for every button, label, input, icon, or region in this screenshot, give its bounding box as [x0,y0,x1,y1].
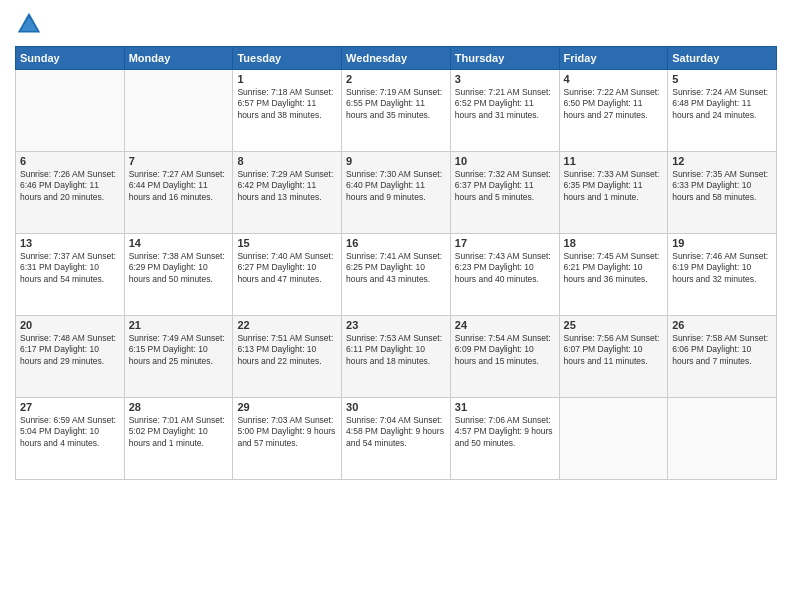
day-info: Sunrise: 7:27 AM Sunset: 6:44 PM Dayligh… [129,169,229,203]
day-cell: 6Sunrise: 7:26 AM Sunset: 6:46 PM Daylig… [16,152,125,234]
day-cell: 23Sunrise: 7:53 AM Sunset: 6:11 PM Dayli… [342,316,451,398]
day-info: Sunrise: 7:51 AM Sunset: 6:13 PM Dayligh… [237,333,337,367]
day-header: Thursday [450,47,559,70]
day-cell: 20Sunrise: 7:48 AM Sunset: 6:17 PM Dayli… [16,316,125,398]
day-number: 14 [129,237,229,249]
day-info: Sunrise: 7:29 AM Sunset: 6:42 PM Dayligh… [237,169,337,203]
day-info: Sunrise: 7:49 AM Sunset: 6:15 PM Dayligh… [129,333,229,367]
calendar-table: SundayMondayTuesdayWednesdayThursdayFrid… [15,46,777,480]
day-info: Sunrise: 7:38 AM Sunset: 6:29 PM Dayligh… [129,251,229,285]
day-info: Sunrise: 7:48 AM Sunset: 6:17 PM Dayligh… [20,333,120,367]
day-info: Sunrise: 7:03 AM Sunset: 5:00 PM Dayligh… [237,415,337,449]
day-info: Sunrise: 7:04 AM Sunset: 4:58 PM Dayligh… [346,415,446,449]
day-cell [16,70,125,152]
day-info: Sunrise: 7:40 AM Sunset: 6:27 PM Dayligh… [237,251,337,285]
day-number: 29 [237,401,337,413]
day-cell: 24Sunrise: 7:54 AM Sunset: 6:09 PM Dayli… [450,316,559,398]
day-number: 3 [455,73,555,85]
day-number: 1 [237,73,337,85]
day-header: Monday [124,47,233,70]
header-row: SundayMondayTuesdayWednesdayThursdayFrid… [16,47,777,70]
week-row: 6Sunrise: 7:26 AM Sunset: 6:46 PM Daylig… [16,152,777,234]
day-number: 31 [455,401,555,413]
day-info: Sunrise: 7:41 AM Sunset: 6:25 PM Dayligh… [346,251,446,285]
day-cell: 28Sunrise: 7:01 AM Sunset: 5:02 PM Dayli… [124,398,233,480]
day-cell: 5Sunrise: 7:24 AM Sunset: 6:48 PM Daylig… [668,70,777,152]
day-cell [668,398,777,480]
week-row: 1Sunrise: 7:18 AM Sunset: 6:57 PM Daylig… [16,70,777,152]
day-number: 18 [564,237,664,249]
day-info: Sunrise: 7:18 AM Sunset: 6:57 PM Dayligh… [237,87,337,121]
day-header: Friday [559,47,668,70]
day-header: Sunday [16,47,125,70]
day-number: 4 [564,73,664,85]
day-number: 27 [20,401,120,413]
day-number: 20 [20,319,120,331]
day-cell: 29Sunrise: 7:03 AM Sunset: 5:00 PM Dayli… [233,398,342,480]
day-number: 8 [237,155,337,167]
day-number: 19 [672,237,772,249]
day-number: 6 [20,155,120,167]
day-info: Sunrise: 7:56 AM Sunset: 6:07 PM Dayligh… [564,333,664,367]
day-number: 30 [346,401,446,413]
day-info: Sunrise: 7:37 AM Sunset: 6:31 PM Dayligh… [20,251,120,285]
day-info: Sunrise: 7:33 AM Sunset: 6:35 PM Dayligh… [564,169,664,203]
header [15,10,777,38]
day-number: 22 [237,319,337,331]
day-info: Sunrise: 7:53 AM Sunset: 6:11 PM Dayligh… [346,333,446,367]
day-number: 12 [672,155,772,167]
day-number: 15 [237,237,337,249]
day-info: Sunrise: 7:43 AM Sunset: 6:23 PM Dayligh… [455,251,555,285]
day-number: 2 [346,73,446,85]
day-cell: 25Sunrise: 7:56 AM Sunset: 6:07 PM Dayli… [559,316,668,398]
day-info: Sunrise: 7:24 AM Sunset: 6:48 PM Dayligh… [672,87,772,121]
calendar-page: SundayMondayTuesdayWednesdayThursdayFrid… [0,0,792,612]
day-cell: 22Sunrise: 7:51 AM Sunset: 6:13 PM Dayli… [233,316,342,398]
day-number: 17 [455,237,555,249]
day-cell: 30Sunrise: 7:04 AM Sunset: 4:58 PM Dayli… [342,398,451,480]
day-info: Sunrise: 7:26 AM Sunset: 6:46 PM Dayligh… [20,169,120,203]
day-cell: 14Sunrise: 7:38 AM Sunset: 6:29 PM Dayli… [124,234,233,316]
day-number: 26 [672,319,772,331]
day-number: 5 [672,73,772,85]
day-cell: 11Sunrise: 7:33 AM Sunset: 6:35 PM Dayli… [559,152,668,234]
day-info: Sunrise: 7:19 AM Sunset: 6:55 PM Dayligh… [346,87,446,121]
week-row: 20Sunrise: 7:48 AM Sunset: 6:17 PM Dayli… [16,316,777,398]
day-cell: 8Sunrise: 7:29 AM Sunset: 6:42 PM Daylig… [233,152,342,234]
day-header: Wednesday [342,47,451,70]
logo-icon [15,10,43,38]
day-number: 25 [564,319,664,331]
day-info: Sunrise: 7:58 AM Sunset: 6:06 PM Dayligh… [672,333,772,367]
day-number: 13 [20,237,120,249]
day-info: Sunrise: 7:21 AM Sunset: 6:52 PM Dayligh… [455,87,555,121]
day-cell: 18Sunrise: 7:45 AM Sunset: 6:21 PM Dayli… [559,234,668,316]
day-cell: 16Sunrise: 7:41 AM Sunset: 6:25 PM Dayli… [342,234,451,316]
day-cell: 26Sunrise: 7:58 AM Sunset: 6:06 PM Dayli… [668,316,777,398]
day-cell: 10Sunrise: 7:32 AM Sunset: 6:37 PM Dayli… [450,152,559,234]
day-cell: 17Sunrise: 7:43 AM Sunset: 6:23 PM Dayli… [450,234,559,316]
day-number: 7 [129,155,229,167]
day-cell: 21Sunrise: 7:49 AM Sunset: 6:15 PM Dayli… [124,316,233,398]
day-cell: 19Sunrise: 7:46 AM Sunset: 6:19 PM Dayli… [668,234,777,316]
day-number: 16 [346,237,446,249]
day-number: 28 [129,401,229,413]
day-number: 21 [129,319,229,331]
week-row: 27Sunrise: 6:59 AM Sunset: 5:04 PM Dayli… [16,398,777,480]
day-cell: 13Sunrise: 7:37 AM Sunset: 6:31 PM Dayli… [16,234,125,316]
day-info: Sunrise: 7:46 AM Sunset: 6:19 PM Dayligh… [672,251,772,285]
day-cell: 7Sunrise: 7:27 AM Sunset: 6:44 PM Daylig… [124,152,233,234]
day-number: 24 [455,319,555,331]
day-cell: 12Sunrise: 7:35 AM Sunset: 6:33 PM Dayli… [668,152,777,234]
week-row: 13Sunrise: 7:37 AM Sunset: 6:31 PM Dayli… [16,234,777,316]
day-info: Sunrise: 7:35 AM Sunset: 6:33 PM Dayligh… [672,169,772,203]
day-number: 23 [346,319,446,331]
day-cell [559,398,668,480]
day-cell: 2Sunrise: 7:19 AM Sunset: 6:55 PM Daylig… [342,70,451,152]
day-info: Sunrise: 7:06 AM Sunset: 4:57 PM Dayligh… [455,415,555,449]
day-cell [124,70,233,152]
day-info: Sunrise: 7:01 AM Sunset: 5:02 PM Dayligh… [129,415,229,449]
day-number: 10 [455,155,555,167]
day-info: Sunrise: 7:45 AM Sunset: 6:21 PM Dayligh… [564,251,664,285]
day-cell: 31Sunrise: 7:06 AM Sunset: 4:57 PM Dayli… [450,398,559,480]
day-cell: 9Sunrise: 7:30 AM Sunset: 6:40 PM Daylig… [342,152,451,234]
